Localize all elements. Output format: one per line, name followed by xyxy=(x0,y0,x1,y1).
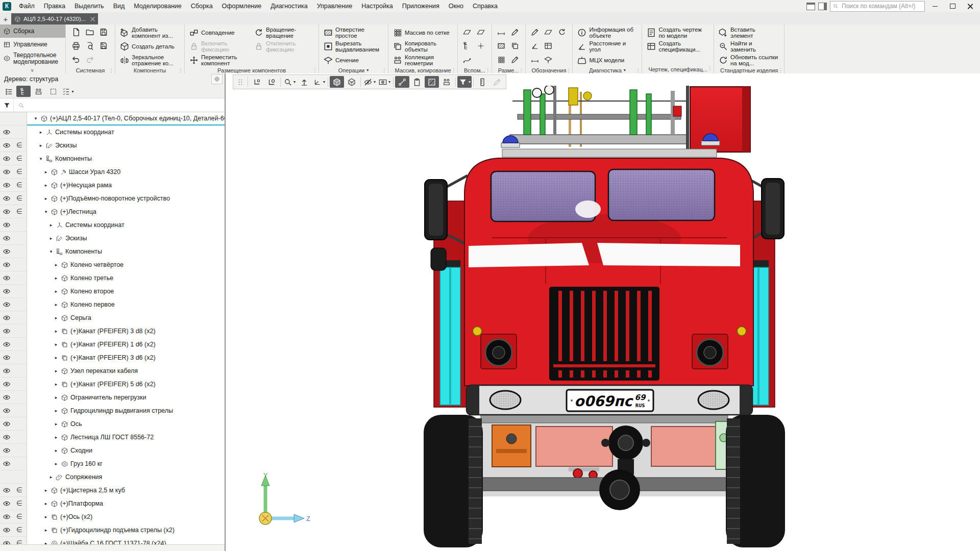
expand-arrow-icon[interactable]: ▸ xyxy=(43,514,48,519)
tree-item-body[interactable]: ▸(+)Цистерна 2,5 м куб xyxy=(27,484,225,497)
tree-item[interactable]: ▸Серьга xyxy=(0,311,225,324)
expand-arrow-icon[interactable]: ▸ xyxy=(54,289,59,294)
visibility-eye-icon[interactable] xyxy=(3,393,12,402)
menu-item-настройка[interactable]: Настройка xyxy=(357,0,398,12)
expand-arrow-icon[interactable]: ▸ xyxy=(54,461,59,466)
menu-item-окно[interactable]: Окно xyxy=(444,0,468,12)
tree-settings-gear-icon[interactable] xyxy=(211,74,223,84)
tree-item[interactable]: ▸(+)Канат (PFEIFER) 3 d6 (x2) xyxy=(0,351,225,364)
tree-item-body[interactable]: ▸(+)Канат (PFEIFER) 3 d6 (x2) xyxy=(27,351,225,364)
command-search-input[interactable] xyxy=(841,2,922,10)
dialog-launcher-icon[interactable]: ⋮ xyxy=(566,67,571,73)
collapse-ribbon-icon[interactable]: » xyxy=(0,66,65,73)
tree-item-body[interactable]: ▸Колено первое xyxy=(27,298,225,311)
tree-display-options-icon[interactable]: ▾ xyxy=(61,86,75,97)
distance-angle-button[interactable]: Расстояние и угол xyxy=(575,40,639,53)
tree-item[interactable]: ∈▸(+)Гидроцилиндр подъема стрелы (x2) xyxy=(0,523,225,537)
expand-arrow-icon[interactable]: ▸ xyxy=(43,196,48,201)
mode-tab-твердотельное-моделирование[interactable]: Твердотельное моделирование xyxy=(0,51,65,66)
mirror-component-button[interactable]: Зеркальное отражение ко... xyxy=(118,54,182,67)
menu-item-файл[interactable]: Файл xyxy=(14,0,39,12)
move-component-button[interactable]: Переместить компонент xyxy=(187,54,251,67)
dialog-launcher-icon[interactable]: ⋮ xyxy=(707,65,713,71)
new-document-icon[interactable] xyxy=(70,26,82,38)
expand-arrow-icon[interactable]: ▸ xyxy=(43,501,48,506)
expand-arrow-icon[interactable]: ▸ xyxy=(54,355,59,360)
create-specification-button[interactable]: Создать спецификаци... xyxy=(645,40,708,53)
create-drawing-button[interactable]: Создать чертеж по модели xyxy=(645,26,708,39)
expand-arrow-icon[interactable]: ▸ xyxy=(54,276,59,281)
mass-properties-button[interactable]: МЦХ модели xyxy=(575,54,639,67)
tree-item[interactable]: ▸Груз 160 кг xyxy=(0,457,225,470)
orientation-cs-icon[interactable]: ▾ xyxy=(312,76,326,88)
tree-item[interactable]: ▸Эскизы xyxy=(0,232,225,245)
visibility-eye-icon[interactable] xyxy=(3,419,12,429)
visibility-eye-icon[interactable] xyxy=(3,287,12,296)
chevron-down-icon[interactable]: ▾ xyxy=(323,80,325,84)
tree-item-body[interactable]: ▸Сопряжения xyxy=(27,470,225,484)
pen-icon[interactable] xyxy=(509,54,521,66)
visibility-eye-icon[interactable] xyxy=(3,499,12,508)
coincidence-button[interactable]: Совпадение xyxy=(187,26,251,39)
menu-item-сборка[interactable]: Сборка xyxy=(186,0,217,12)
tree-item[interactable]: ▸Сопряжения xyxy=(0,470,225,484)
visibility-eye-icon[interactable] xyxy=(3,181,12,190)
tree-item-body[interactable]: ▸Эскизы xyxy=(27,139,225,152)
designation-icon[interactable] xyxy=(529,54,541,66)
geometry-collection-button[interactable]: Коллекция геометрии xyxy=(391,54,455,67)
brush-icon[interactable] xyxy=(509,26,521,38)
menu-item-моделирование[interactable]: Моделирование xyxy=(129,0,186,12)
save-as-icon[interactable] xyxy=(97,40,110,52)
visibility-eye-icon[interactable] xyxy=(3,273,12,283)
new-tab-button[interactable]: + xyxy=(0,13,11,24)
expand-arrow-icon[interactable]: ▸ xyxy=(54,262,59,267)
close-button[interactable] xyxy=(963,1,977,11)
visibility-eye-icon[interactable] xyxy=(3,167,12,177)
open-document-icon[interactable] xyxy=(84,26,96,38)
chevron-down-icon[interactable]: ▾ xyxy=(374,80,376,84)
tree-search-input[interactable] xyxy=(24,102,225,109)
expand-arrow-icon[interactable]: ▸ xyxy=(54,408,59,413)
menu-item-правка[interactable]: Правка xyxy=(39,0,70,12)
tree-item-body[interactable]: ▸Ограничитель перегрузки xyxy=(27,391,225,404)
expand-arrow-icon[interactable]: ▸ xyxy=(54,368,59,373)
tree-selection-icon[interactable] xyxy=(46,86,60,97)
spline-icon[interactable] xyxy=(461,54,473,66)
visibility-eye-icon[interactable] xyxy=(3,353,12,362)
3d-model-fire-truck[interactable]: о069пс 69 RUS xyxy=(415,86,793,550)
dialog-launcher-icon[interactable]: ⋮ xyxy=(485,67,491,73)
orientation-icon[interactable] xyxy=(297,76,311,88)
tree-item-body[interactable]: ▸Эскизы xyxy=(27,232,225,245)
tree-item-body[interactable]: ▸Узел перекатки кабеля xyxy=(27,364,225,378)
menu-item-вид[interactable]: Вид xyxy=(109,0,130,12)
dialog-launcher-icon[interactable]: ⋮ xyxy=(312,67,317,73)
tree-item-body[interactable]: ▾(+)Лестница xyxy=(27,205,225,218)
dialog-launcher-icon[interactable]: ⋮ xyxy=(178,67,183,73)
expand-arrow-icon[interactable]: ▸ xyxy=(54,382,59,387)
layout-panel-icon[interactable] xyxy=(818,3,827,10)
cut-extrude-button[interactable]: Вырезать выдавливанием xyxy=(322,40,385,53)
tree-item[interactable]: ▸Системы координат xyxy=(0,218,225,232)
show-hidden-icon[interactable]: ▾ xyxy=(377,76,391,88)
tree-item-body[interactable]: ▸Ось xyxy=(27,417,225,431)
restore-button[interactable] xyxy=(945,1,960,11)
dialog-launcher-icon[interactable]: ⋮ xyxy=(109,67,114,73)
rotation-rotation-button[interactable]: Вращение-вращение xyxy=(252,26,316,39)
tree-item[interactable]: ▸Ось xyxy=(0,417,225,431)
tree-item[interactable]: ▸Узел перекатки кабеля xyxy=(0,364,225,378)
layout-windows-icon[interactable] xyxy=(806,3,815,10)
expand-arrow-icon[interactable]: ▸ xyxy=(43,183,48,188)
offset-plane-icon[interactable] xyxy=(475,26,487,38)
tree-sections-icon[interactable] xyxy=(2,86,16,97)
find-replace-button[interactable]: Найти и заменить xyxy=(717,40,780,53)
print-icon[interactable] xyxy=(70,40,82,52)
expand-arrow-icon[interactable]: ▸ xyxy=(43,541,48,544)
expand-arrow-icon[interactable]: ▸ xyxy=(48,222,54,228)
save-icon[interactable] xyxy=(97,26,110,38)
tree-item-body[interactable]: ▾Компоненты xyxy=(27,152,225,165)
tree-item-body[interactable]: ▸Колено третье xyxy=(27,271,225,285)
undo-icon[interactable] xyxy=(70,54,82,66)
display-shaded-icon[interactable] xyxy=(330,76,344,88)
placement-mode-icon[interactable] xyxy=(250,76,264,88)
snap-points-icon[interactable] xyxy=(395,76,409,88)
